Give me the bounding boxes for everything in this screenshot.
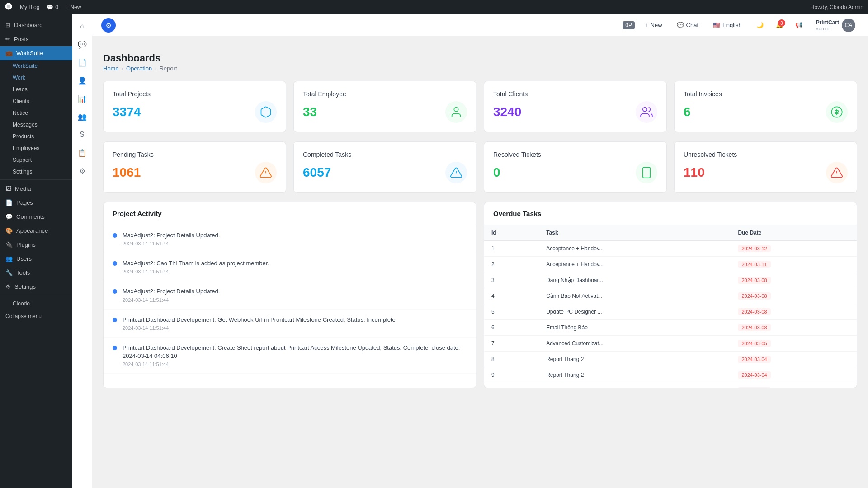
table-row[interactable]: 9 Report Thang 2 2024-03-04 [484,367,857,383]
chat-icon-topbar: 💬 [677,22,684,28]
sidebar-item-users[interactable]: 👥 Users [0,252,72,266]
total-employee-value: 33 [303,105,317,119]
posts-icon: ✏ [5,36,10,42]
op-badge[interactable]: 0P [623,21,635,29]
table-row[interactable]: 4 Cảnh Báo Not Activat... 2024-03-08 [484,288,857,304]
ws-logo[interactable]: ⊙ [101,18,116,33]
activity-item: MaxAdjust2: Project Details Updated. 202… [104,281,476,309]
table-row[interactable]: 1 Acceptance + Handov... 2024-03-12 [484,241,857,257]
sidebar-item-worksuite[interactable]: 💼 WorkSuite [0,46,72,60]
menu-divider-2 [0,296,72,296]
date-badge: 2024-03-04 [738,356,770,363]
total-projects-row: 3374 [113,101,277,123]
sidebar-item-plugins[interactable]: 🔌 Plugins [0,238,72,252]
table-row[interactable]: 7 Advanced Customizat... 2024-03-05 [484,336,857,352]
unresolved-tickets-icon [826,162,848,183]
breadcrumb-home[interactable]: Home [103,65,119,72]
activity-item: Printcart Dashboard Developement: Get We… [104,310,476,338]
breadcrumb-sep-1: › [122,65,123,72]
breadcrumb-operation[interactable]: Operation [126,65,152,72]
file-icon: 📋 [78,149,87,157]
cell-due-date: 2024-03-05 [731,336,857,352]
table-row[interactable]: 10 Report Thang 2 2024-03-04 [484,383,857,388]
sidebar-subitem-employees[interactable]: Employees [0,142,72,154]
settings-icon: ⚙ [5,283,11,290]
sidebar-item-dashboard[interactable]: ⊞ Dashboard [0,18,72,32]
total-employee-card: Total Employee 33 [293,81,476,132]
tools-icon: 🔧 [5,269,13,276]
theme-toggle-btn[interactable]: 🌙 [752,19,768,31]
broadcast-btn[interactable]: 📢 [791,19,807,31]
wp-logo-icon[interactable] [5,2,13,13]
sidebar-subitem-clients[interactable]: Clients [0,95,72,107]
activity-text: MaxAdjust2: Project Details Updated. [123,287,220,296]
person-icon: 👤 [78,76,87,85]
pages-label: Pages [16,199,33,206]
total-employee-icon [445,101,467,123]
resolved-tickets-value: 0 [493,165,500,180]
cell-id: 3 [484,272,539,288]
sidebar-item-appearance[interactable]: 🎨 Appearance [0,224,72,238]
cell-id: 4 [484,288,539,304]
sidebar-item-tools[interactable]: 🔧 Tools [0,266,72,280]
ws-people-icon-btn[interactable]: 👥 [74,108,90,125]
cell-due-date: 2024-03-04 [731,367,857,383]
activity-time: 2024-03-14 11:51:44 [123,241,220,246]
sidebar-item-media[interactable]: 🖼 Media [0,182,72,196]
sidebar-subitem-support[interactable]: Support [0,154,72,166]
notifications-btn[interactable]: 🔔 3 [774,19,785,31]
ws-dollar-icon-btn[interactable]: $ [74,127,90,143]
ws-home-icon-btn[interactable]: ⌂ [74,18,90,34]
table-row[interactable]: 6 Email Thông Báo 2024-03-08 [484,320,857,336]
sidebar-subitem-worksuite[interactable]: WorkSuite [0,60,72,72]
sidebar-subitem-products[interactable]: Products [0,131,72,142]
new-btn[interactable]: + New [640,19,667,31]
date-badge: 2024-03-05 [738,340,770,347]
comment-count[interactable]: 💬0 [47,4,58,10]
sidebar-item-comments[interactable]: 💬 Comments [0,210,72,224]
svg-rect-7 [643,167,650,178]
unresolved-tickets-card: Unresolved Tickets 110 [674,141,857,193]
sidebar-item-pages[interactable]: 📄 Pages [0,196,72,210]
activity-item: MaxAdjust2: Cao Thi Tham is added as pro… [104,253,476,281]
ws-person-icon-btn[interactable]: 👤 [74,72,90,89]
print-cart-menu[interactable]: PrintCart admin CA [812,17,859,34]
ws-doc-icon-btn[interactable]: 📄 [74,54,90,70]
chat-btn[interactable]: 💬 Chat [672,19,703,31]
menu-divider [0,179,72,180]
pending-tasks-title: Pending Tasks [113,151,277,158]
ws-chart-icon-btn[interactable]: 📊 [74,90,90,107]
ws-chat-icon-btn[interactable]: 💬 [74,36,90,52]
ws-gear-icon-btn[interactable]: ⚙ [74,163,90,179]
sidebar-item-cloodo[interactable]: Cloodo [0,298,72,310]
resolved-tickets-row: 0 [493,162,657,183]
sidebar-item-settings[interactable]: ⚙ Settings [0,280,72,294]
col-task: Task [539,225,731,241]
sidebar-subitem-messages[interactable]: Messages [0,119,72,131]
total-projects-icon [255,101,277,123]
table-row[interactable]: 2 Acceptance + Handov... 2024-03-11 [484,257,857,272]
stats-row-2: Pending Tasks 1061 Completed Tasks 6057 [103,141,857,193]
total-projects-value: 3374 [113,105,141,119]
sidebar-subitem-leads[interactable]: Leads [0,84,72,95]
collapse-menu-btn[interactable]: Collapse menu [0,310,72,323]
total-projects-card: Total Projects 3374 [103,81,286,132]
sidebar-item-posts[interactable]: ✏ Posts [0,32,72,46]
new-content-btn[interactable]: + New [66,4,81,10]
sidebar-subitem-settings-ws[interactable]: Settings [0,166,72,178]
media-label: Media [15,185,31,192]
cell-id: 7 [484,336,539,352]
sidebar-subitem-work[interactable]: Work [0,72,72,84]
site-name[interactable]: My Blog [20,4,39,10]
cell-due-date: 2024-03-12 [731,241,857,257]
language-btn[interactable]: 🇺🇸 English [708,19,746,31]
svg-point-0 [454,108,458,112]
table-row[interactable]: 5 Update PC Designer ... 2024-03-08 [484,304,857,320]
table-row[interactable]: 8 Report Thang 2 2024-03-04 [484,352,857,367]
ws-file-icon-btn[interactable]: 📋 [74,145,90,161]
table-row[interactable]: 3 Đăng Nhập Dashboar... 2024-03-08 [484,272,857,288]
sidebar-subitem-notice[interactable]: Notice [0,107,72,119]
page-body: Dashboards Home › Operation › Report Tot… [103,52,857,388]
activity-dot [113,318,117,322]
breadcrumb-sep-2: › [155,65,156,72]
